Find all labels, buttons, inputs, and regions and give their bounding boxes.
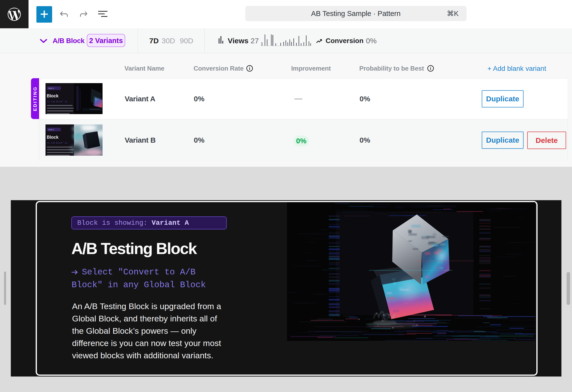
svg-text:riant A: riant A <box>48 128 54 131</box>
svg-text:to A/B Block" in: to A/B Block" in <box>47 101 67 103</box>
svg-text:riant A: riant A <box>48 87 54 90</box>
svg-text:Block: Block <box>47 135 59 140</box>
svg-text:to A/B Block" in: to A/B Block" in <box>47 142 67 144</box>
svg-text:Block: Block <box>47 94 59 98</box>
